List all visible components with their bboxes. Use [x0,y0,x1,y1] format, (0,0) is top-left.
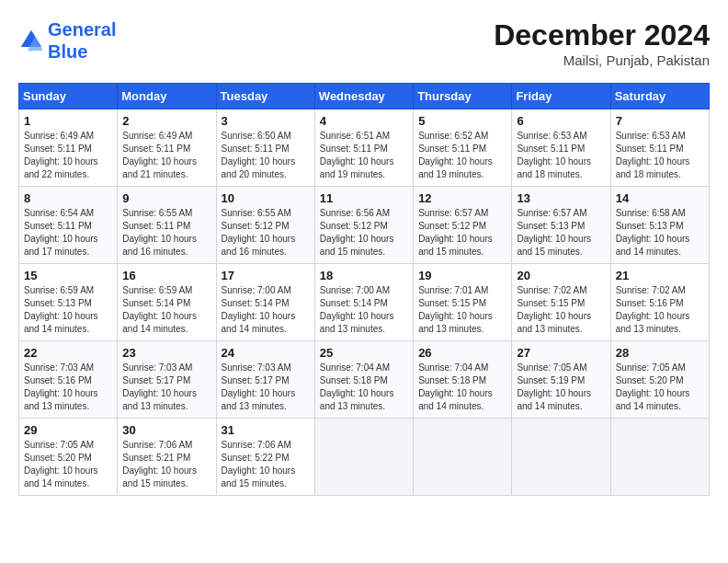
day-number: 31 [222,423,310,437]
day-number: 26 [418,346,506,360]
location: Mailsi, Punjab, Pakistan [494,52,710,68]
day-info: Sunrise: 7:06 AMSunset: 5:21 PMDaylight:… [122,439,210,490]
weekday-header-cell: Thursday [414,84,512,109]
day-number: 23 [122,346,210,360]
calendar-day-cell: 29Sunrise: 7:05 AMSunset: 5:20 PMDayligh… [19,419,118,496]
calendar-day-cell [610,419,709,496]
calendar-day-cell: 10Sunrise: 6:55 AMSunset: 5:12 PMDayligh… [216,187,314,264]
calendar-day-cell: 26Sunrise: 7:04 AMSunset: 5:18 PMDayligh… [414,341,512,419]
day-number: 25 [320,346,408,360]
calendar-week-row: 29Sunrise: 7:05 AMSunset: 5:20 PMDayligh… [19,419,710,496]
day-number: 8 [24,191,112,205]
calendar-day-cell: 4Sunrise: 6:51 AMSunset: 5:11 PMDaylight… [314,109,413,187]
title-block: December 2024 Mailsi, Punjab, Pakistan [494,18,710,68]
day-number: 22 [24,346,112,360]
day-number: 9 [122,191,210,205]
day-info: Sunrise: 6:59 AMSunset: 5:14 PMDaylight:… [122,284,210,336]
day-number: 21 [616,269,704,282]
weekday-header-cell: Saturday [610,84,709,109]
day-number: 28 [616,346,704,360]
calendar-week-row: 15Sunrise: 6:59 AMSunset: 5:13 PMDayligh… [19,264,710,341]
day-info: Sunrise: 6:50 AMSunset: 5:11 PMDaylight:… [222,130,310,181]
day-number: 1 [24,114,112,128]
calendar-day-cell: 7Sunrise: 6:53 AMSunset: 5:11 PMDaylight… [610,109,709,187]
day-info: Sunrise: 6:56 AMSunset: 5:12 PMDaylight:… [320,207,408,259]
day-info: Sunrise: 6:53 AMSunset: 5:11 PMDaylight:… [616,130,704,181]
day-info: Sunrise: 6:52 AMSunset: 5:11 PMDaylight:… [418,130,506,181]
day-number: 17 [222,269,310,282]
day-info: Sunrise: 7:05 AMSunset: 5:20 PMDaylight:… [24,439,112,490]
day-number: 12 [418,191,506,205]
calendar-day-cell: 28Sunrise: 7:05 AMSunset: 5:20 PMDayligh… [610,341,709,419]
calendar-day-cell: 30Sunrise: 7:06 AMSunset: 5:21 PMDayligh… [118,419,216,496]
calendar-day-cell: 31Sunrise: 7:06 AMSunset: 5:22 PMDayligh… [216,419,314,496]
day-number: 6 [517,114,605,128]
day-info: Sunrise: 6:51 AMSunset: 5:11 PMDaylight:… [320,130,408,181]
day-info: Sunrise: 7:00 AMSunset: 5:14 PMDaylight:… [222,284,310,336]
day-info: Sunrise: 6:55 AMSunset: 5:12 PMDaylight:… [222,207,310,259]
day-info: Sunrise: 6:53 AMSunset: 5:11 PMDaylight:… [517,130,605,181]
calendar-day-cell: 27Sunrise: 7:05 AMSunset: 5:19 PMDayligh… [512,341,610,419]
calendar-day-cell: 14Sunrise: 6:58 AMSunset: 5:13 PMDayligh… [610,187,709,264]
weekday-header-cell: Sunday [19,84,118,109]
day-number: 14 [616,191,704,205]
calendar-day-cell: 2Sunrise: 6:49 AMSunset: 5:11 PMDaylight… [118,109,216,187]
day-number: 29 [24,423,112,437]
day-info: Sunrise: 6:49 AMSunset: 5:11 PMDaylight:… [122,130,210,181]
day-number: 5 [418,114,506,128]
logo: General Blue [18,18,116,63]
day-info: Sunrise: 7:05 AMSunset: 5:20 PMDaylight:… [616,362,704,413]
day-info: Sunrise: 7:03 AMSunset: 5:17 PMDaylight:… [122,362,210,413]
calendar-day-cell: 6Sunrise: 6:53 AMSunset: 5:11 PMDaylight… [512,109,610,187]
logo-line1: General [48,19,116,40]
calendar-week-row: 22Sunrise: 7:03 AMSunset: 5:16 PMDayligh… [19,341,710,419]
day-info: Sunrise: 7:01 AMSunset: 5:15 PMDaylight:… [418,284,506,336]
calendar-day-cell: 3Sunrise: 6:50 AMSunset: 5:11 PMDaylight… [216,109,314,187]
calendar-week-row: 1Sunrise: 6:49 AMSunset: 5:11 PMDaylight… [19,109,710,187]
day-info: Sunrise: 6:57 AMSunset: 5:12 PMDaylight:… [418,207,506,259]
calendar-day-cell: 5Sunrise: 6:52 AMSunset: 5:11 PMDaylight… [414,109,512,187]
calendar-day-cell [414,419,512,496]
calendar-day-cell: 23Sunrise: 7:03 AMSunset: 5:17 PMDayligh… [118,341,216,419]
weekday-header-cell: Friday [512,84,610,109]
day-number: 11 [320,191,408,205]
weekday-header-cell: Tuesday [216,84,314,109]
day-number: 20 [517,269,605,282]
day-number: 18 [320,269,408,282]
logo-text: General Blue [48,18,116,63]
day-info: Sunrise: 7:03 AMSunset: 5:16 PMDaylight:… [24,362,112,413]
day-info: Sunrise: 6:59 AMSunset: 5:13 PMDaylight:… [24,284,112,336]
day-number: 10 [222,191,310,205]
day-number: 15 [24,269,112,282]
page-header: General Blue December 2024 Mailsi, Punja… [18,18,710,68]
weekday-header-cell: Monday [118,84,216,109]
calendar-day-cell: 22Sunrise: 7:03 AMSunset: 5:16 PMDayligh… [19,341,118,419]
day-number: 27 [517,346,605,360]
day-info: Sunrise: 7:06 AMSunset: 5:22 PMDaylight:… [222,439,310,490]
day-info: Sunrise: 7:05 AMSunset: 5:19 PMDaylight:… [517,362,605,413]
day-info: Sunrise: 7:02 AMSunset: 5:16 PMDaylight:… [616,284,704,336]
calendar-day-cell: 15Sunrise: 6:59 AMSunset: 5:13 PMDayligh… [19,264,118,341]
day-info: Sunrise: 7:03 AMSunset: 5:17 PMDaylight:… [222,362,310,413]
calendar-body: 1Sunrise: 6:49 AMSunset: 5:11 PMDaylight… [19,109,710,496]
day-number: 24 [222,346,310,360]
day-info: Sunrise: 6:54 AMSunset: 5:11 PMDaylight:… [24,207,112,259]
day-number: 4 [320,114,408,128]
day-number: 13 [517,191,605,205]
calendar-day-cell: 18Sunrise: 7:00 AMSunset: 5:14 PMDayligh… [314,264,413,341]
day-number: 16 [122,269,210,282]
logo-icon [18,28,44,53]
day-info: Sunrise: 6:49 AMSunset: 5:11 PMDaylight:… [24,130,112,181]
calendar-day-cell: 12Sunrise: 6:57 AMSunset: 5:12 PMDayligh… [414,187,512,264]
calendar-day-cell [512,419,610,496]
calendar-day-cell: 8Sunrise: 6:54 AMSunset: 5:11 PMDaylight… [19,187,118,264]
day-info: Sunrise: 6:57 AMSunset: 5:13 PMDaylight:… [517,207,605,259]
calendar-day-cell: 17Sunrise: 7:00 AMSunset: 5:14 PMDayligh… [216,264,314,341]
calendar-table: SundayMondayTuesdayWednesdayThursdayFrid… [18,83,710,496]
month-title: December 2024 [494,18,710,52]
day-info: Sunrise: 7:04 AMSunset: 5:18 PMDaylight:… [418,362,506,413]
day-info: Sunrise: 7:04 AMSunset: 5:18 PMDaylight:… [320,362,408,413]
day-number: 19 [418,269,506,282]
calendar-day-cell: 21Sunrise: 7:02 AMSunset: 5:16 PMDayligh… [610,264,709,341]
day-info: Sunrise: 6:55 AMSunset: 5:11 PMDaylight:… [122,207,210,259]
